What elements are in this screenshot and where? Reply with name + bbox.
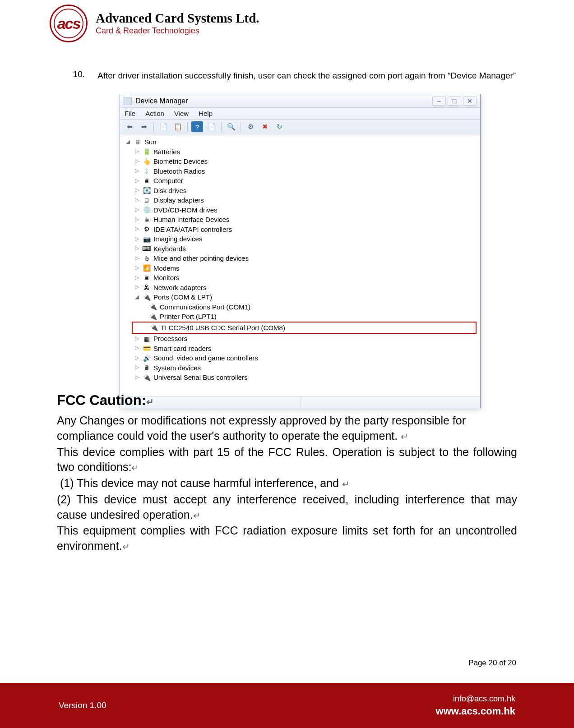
text: (1) This device may not cause harmful in… [60, 477, 339, 489]
menu-help[interactable]: Help [199, 110, 213, 117]
tree-category-computer[interactable]: ▷🖥Computer [124, 176, 477, 186]
tree-port-com1[interactable]: 🔌Communications Port (COM1) [124, 302, 477, 312]
tree-port-lpt1[interactable]: 🔌Printer Port (LPT1) [124, 312, 477, 322]
header: acs Advanced Card Systems Ltd. Card & Re… [50, 5, 259, 42]
tree-category-sound[interactable]: ▷🔊Sound, video and game controllers [124, 353, 477, 363]
fcc-paragraph-2: This device complies with part 15 of the… [57, 445, 517, 475]
tree-category-ports[interactable]: ◢🔌Ports (COM & LPT) [124, 292, 477, 302]
device-tree: ◢ 🖥 Sun ▷🔋Batteries ▷👆Biometric Devices … [124, 137, 477, 382]
help-icon[interactable]: ? [191, 121, 203, 132]
forward-icon[interactable]: ➡ [138, 121, 150, 132]
tree-root-label: Sun [144, 138, 157, 147]
expand-icon[interactable]: ▷ [134, 284, 140, 291]
expand-icon[interactable]: ▷ [134, 197, 140, 204]
tree-category-dvd[interactable]: ▷💿DVD/CD-ROM drives [124, 205, 477, 215]
battery-icon: 🔋 [143, 148, 151, 155]
expand-icon[interactable]: ▷ [134, 364, 140, 371]
titlebar: Device Manager – □ ✕ [120, 94, 480, 108]
tree-category-usb[interactable]: ▷🔌Universal Serial Bus controllers [124, 373, 477, 382]
toolbar-separator [221, 122, 222, 132]
return-mark-icon: ↵ [193, 511, 201, 521]
label: Communications Port (COM1) [160, 303, 250, 312]
collapse-icon[interactable]: ◢ [134, 294, 140, 301]
expand-icon[interactable]: ▷ [134, 255, 140, 262]
window-buttons: – □ ✕ [432, 97, 477, 106]
company-block: Advanced Card Systems Ltd. Card & Reader… [96, 11, 259, 35]
tree-category-bluetooth[interactable]: ▷ᛒBluetooth Radios [124, 166, 477, 176]
tree-category-disk[interactable]: ▷💽Disk drives [124, 186, 477, 196]
tree-category-display[interactable]: ▷🖥Display adapters [124, 195, 477, 205]
expand-icon[interactable]: ▷ [134, 216, 140, 223]
close-button[interactable]: ✕ [463, 97, 477, 106]
network-icon: 🖧 [143, 284, 151, 291]
menu-file[interactable]: File [125, 110, 135, 117]
tree-category-modems[interactable]: ▷📶Modems [124, 263, 477, 273]
expand-icon[interactable]: ▷ [134, 206, 140, 213]
back-icon[interactable]: ⬅ [124, 121, 135, 132]
return-mark-icon: ↵ [401, 432, 408, 442]
expand-icon[interactable]: ▷ [134, 245, 140, 252]
show-hidden-icon[interactable]: 📋 [172, 121, 184, 132]
return-mark-icon: ↵ [146, 397, 154, 407]
tree-category-processors[interactable]: ▷▦Processors [124, 334, 477, 344]
ports-icon: 🔌 [143, 294, 151, 301]
expand-icon[interactable]: ▷ [134, 148, 140, 155]
label: Disk drives [153, 186, 186, 195]
tree-category-imaging[interactable]: ▷📷Imaging devices [124, 234, 477, 244]
footer-site: www.acs.com.hk [436, 705, 515, 717]
properties-icon[interactable]: 📄 [206, 121, 218, 132]
expand-icon[interactable]: ▷ [134, 345, 140, 352]
tree-category-mice[interactable]: ▷🖱Mice and other pointing devices [124, 253, 477, 263]
menu-view[interactable]: View [174, 110, 189, 117]
expand-icon[interactable]: ▷ [134, 187, 140, 194]
device-manager-icon [124, 97, 132, 105]
expand-icon[interactable]: ▷ [134, 177, 140, 184]
tree-category-keyboards[interactable]: ▷⌨Keyboards [124, 244, 477, 254]
port-icon: 🔌 [149, 303, 157, 310]
device-manager-window: Device Manager – □ ✕ File Action View He… [120, 94, 481, 408]
titlebar-left: Device Manager [124, 97, 188, 105]
up-container-icon[interactable]: 📄 [157, 121, 169, 132]
tree-category-smartcard[interactable]: ▷💳Smart card readers [124, 344, 477, 354]
expand-icon[interactable]: ▷ [134, 226, 140, 233]
expand-icon[interactable]: ▷ [134, 235, 140, 243]
tree-category-batteries[interactable]: ▷🔋Batteries [124, 147, 477, 157]
scan-hardware-icon[interactable]: ↻ [273, 121, 285, 132]
tree-port-ti-cc2540[interactable]: 🔌TI CC2540 USB CDC Serial Port (COM8) [133, 323, 476, 333]
minimize-button[interactable]: – [432, 97, 446, 106]
label: Ports (COM & LPT) [153, 293, 212, 302]
refresh-icon[interactable]: 🔍 [225, 121, 237, 132]
tree-category-monitors[interactable]: ▷🖥Monitors [124, 273, 477, 283]
cpu-icon: ▦ [143, 335, 151, 342]
tree-category-hid[interactable]: ▷🖱Human Interface Devices [124, 215, 477, 225]
system-icon: 🖥 [143, 364, 151, 371]
label: Batteries [153, 147, 180, 157]
tree-category-system[interactable]: ▷🖥System devices [124, 363, 477, 373]
footer-email: info@acs.com.hk [436, 694, 515, 704]
expand-icon[interactable]: ▷ [134, 158, 140, 165]
collapse-icon[interactable]: ◢ [125, 138, 131, 146]
expand-icon[interactable]: ▷ [134, 374, 140, 381]
page-number: Page 20 of 20 [468, 659, 516, 668]
update-driver-icon[interactable]: ⚙ [245, 121, 256, 132]
expand-icon[interactable]: ▷ [134, 264, 140, 272]
label: Keyboards [153, 244, 186, 253]
expand-icon[interactable]: ▷ [134, 167, 140, 175]
menu-action[interactable]: Action [145, 110, 164, 117]
tree-root[interactable]: ◢ 🖥 Sun [124, 137, 477, 147]
expand-icon[interactable]: ▷ [134, 355, 140, 362]
return-mark-icon: ↵ [122, 542, 130, 552]
expand-icon[interactable]: ▷ [134, 335, 140, 342]
expand-icon[interactable]: ▷ [134, 274, 140, 281]
toolbar-separator [241, 122, 241, 132]
label: Human Interface Devices [153, 215, 229, 224]
toolbar-separator [153, 122, 154, 132]
tree-category-biometric[interactable]: ▷👆Biometric Devices [124, 157, 477, 166]
hid-icon: 🖱 [143, 216, 151, 223]
menubar: File Action View Help [120, 108, 480, 120]
tree-category-network[interactable]: ▷🖧Network adapters [124, 283, 477, 293]
step-number: 10. [57, 69, 97, 82]
maximize-button[interactable]: □ [448, 97, 461, 106]
uninstall-icon[interactable]: ✖ [259, 121, 271, 132]
tree-category-ide[interactable]: ▷⚙IDE ATA/ATAPI controllers [124, 225, 477, 235]
